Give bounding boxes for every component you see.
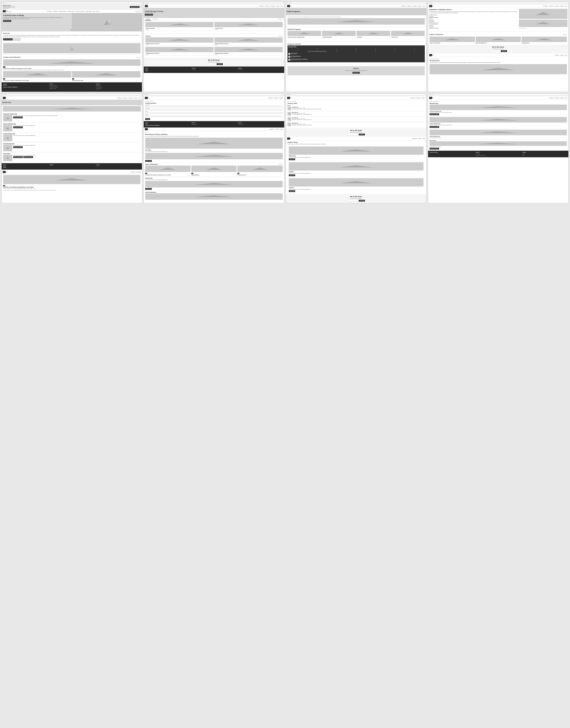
mem-sub-img-2 [430,117,567,123]
featured-img-3 [357,31,390,36]
previous-explore[interactable]: Explore all [278,35,283,37]
yt-icon-mem[interactable]: y [98,166,99,167]
register-btn[interactable]: Register Now [352,72,360,74]
know-field-support[interactable] [347,200,358,202]
artist-window: VA Exhibitions Collections Programs Supp… [428,1,569,92]
donate-btn[interactable]: Donate [145,118,150,120]
support-page-text: You can support the Gallery in a variety… [287,144,425,145]
nav-visiting[interactable]: Visiting Varley [85,11,91,12]
booking-btn[interactable]: Admission & Hours [130,6,139,8]
nav-about[interactable]: About us [96,11,100,12]
logo-box-3 [287,5,290,7]
mem-sub-join-btn[interactable]: Become a member [430,148,439,150]
url-bar-5[interactable] [7,94,141,96]
booking-banner: Booking online Tuesday to Friday: 12 to … [2,4,142,10]
hero-btn[interactable]: View Exhibition [3,20,11,22]
membership-sub-nav: VA Exhibitions Programs Support About [428,96,568,100]
know-field-calendar[interactable] [347,134,358,136]
tab-upcoming[interactable]: | Upcoming [151,18,159,21]
know-btn-support[interactable]: Subscribe [359,200,365,202]
footer-logo-text: Varley Art Gallery of Markham [3,86,48,87]
nav-support[interactable]: Support the Gallery [76,11,84,12]
prev-card-4-img [214,47,282,52]
nav-shop[interactable]: Shop [93,11,95,12]
logo[interactable]: VAVarley Art Gallery [3,10,12,12]
our-story-title: Our Story [145,149,283,151]
tab-current[interactable]: Current [145,18,151,21]
mem-sub-individual-btn[interactable]: Become a member [430,113,439,115]
join-btn-2[interactable]: Become a member [23,156,33,158]
svg-point-4 [73,46,74,48]
exhibition-btn[interactable]: View Exhibition [145,14,153,16]
know-email-field[interactable] [205,63,216,65]
event-icon-1 [288,53,290,55]
membership-support-btn[interactable]: Learn more [289,158,295,160]
nav-collections[interactable]: Collections [53,11,58,12]
know-btn-artist[interactable]: Subscribe [501,50,507,52]
renting-nav: VA Programs Support About [428,53,568,57]
mem-sub-student-btn[interactable]: Become a member [430,126,439,128]
artist-mem-btn[interactable]: Become a member [13,146,23,148]
logo-3[interactable]: VA [287,5,291,7]
know-section-exhibition: Be in the know Subscribe to our newslett… [144,58,284,66]
collections-link[interactable]: Explore all [563,34,567,35]
know-subscribe-btn[interactable]: Subscribe [217,63,223,65]
browser-header [2,2,142,4]
prev-card-1-title: Woodland Escape: Woven 6 [146,43,213,44]
become-member-btn[interactable]: Become a member [3,38,13,40]
collections-grid: History of the Collection Historical and… [430,36,567,43]
individual-membership: Individual Membership Lorem ipsum dolor … [3,113,140,122]
calendar-widget: January 2024 SM TW TF S 12 34 56 7 89 10… [287,45,425,62]
individual-btn[interactable]: Become a member [13,117,23,118]
know-btn-calendar[interactable]: Subscribe [359,134,365,136]
our-story-btn[interactable]: Learn more [145,160,152,162]
artist-mem-img [3,145,12,151]
mem-sub-student-title: Student Membership [430,123,567,124]
url-bar-2[interactable] [149,2,283,4]
url-bar-6[interactable] [149,94,283,96]
learn-more-btn[interactable]: Learn more [13,38,20,40]
nav-clinical[interactable]: Clinical programs [59,11,67,12]
logo-4[interactable]: VA [429,5,434,7]
url-bar[interactable] [7,2,141,4]
know-field-artist[interactable] [489,50,500,52]
student-btn[interactable]: Become a member [13,127,23,128]
browser-header-7 [286,94,426,96]
student-title: Student Membership [3,123,140,125]
news-explore-link[interactable]: Explore all [136,57,140,58]
join-btn-1[interactable]: Become a member [13,156,23,158]
ig-icon-mem[interactable]: i [97,166,98,167]
url-bar-4[interactable] [433,2,567,4]
artist-membership: Artist Membership Lorem ipsum dolor sit … [3,143,140,151]
nav-public[interactable]: Public programs [67,11,75,12]
youtube-icon[interactable]: y [98,89,99,90]
blog-img [3,175,140,184]
about-page-nav: VA Exhibitions Programs About [144,128,284,131]
membership-support-img [289,147,423,155]
volunteer-support-btn[interactable]: Learn more [289,190,295,192]
close-btn[interactable]: × [140,6,141,8]
social-icons: f t i y [96,89,140,90]
facebook-icon[interactable]: f [96,89,96,90]
prev-card-2: Woodland Escape: Woven 5 Ended [214,37,283,46]
donation-support-btn[interactable]: Learn more [289,174,295,176]
explore-all-link[interactable]: Explore all [278,18,283,21]
url-bar-8[interactable] [433,94,567,96]
footer-col-logo: Varley Art Gallery of Markham [3,83,48,90]
collections-section: Explore Collections Explore all History … [428,32,568,45]
calendar-page-section: Programs > Calendar January, 2024 Events… [286,100,426,128]
twitter-icon[interactable]: t [97,89,97,90]
search-input[interactable] [135,11,141,12]
blog-text: Lorem ipsum dolor sit amet, consectetur … [3,188,140,189]
exhibition-window: VA Exhibitions Collections Programs Supp… [144,1,284,92]
last-name-field: Last Name [145,108,283,111]
logo-2[interactable]: VA [145,5,149,7]
collection-3-title: Contemporary Art [522,42,567,43]
news-pub-link[interactable]: Explore all [278,164,283,165]
url-bar-3[interactable] [291,2,425,4]
admissions-btn[interactable]: Learn more [145,188,152,190]
nav-exhibitions[interactable]: Exhibitions [47,11,52,12]
url-bar-7[interactable] [291,94,425,96]
social-icons-mem: f t i y [96,166,140,167]
featured-programs: Featured Programs Adult Art Classes and … [286,27,426,40]
